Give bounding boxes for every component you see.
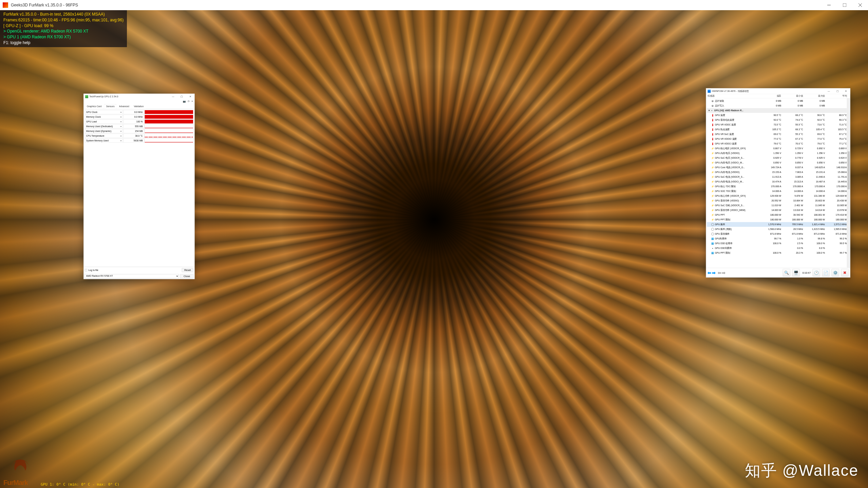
- sensor-value[interactable]: 154 MB: [123, 129, 144, 133]
- network-button[interactable]: 🖥️: [792, 269, 799, 276]
- sensor-row[interactable]: 总计读取0 MB0 MB0 MB: [707, 99, 847, 103]
- sensor-row[interactable]: 总计写入0 MB0 MB0 MB: [707, 103, 847, 108]
- sensor-label[interactable]: Memory Used (Dynamic): [85, 129, 123, 133]
- sensor-label[interactable]: System Memory Used: [85, 138, 123, 142]
- tab-validation[interactable]: Validation: [132, 104, 146, 109]
- sensor-row[interactable]: GPU SoC 电压 (VDDCR_S...0.925 V0.778 V0.92…: [707, 156, 847, 160]
- sensor-graph[interactable]: [145, 124, 193, 128]
- sensor-label[interactable]: CPU Temperature: [85, 134, 123, 138]
- main-titlebar[interactable]: Geeks3D FurMark v1.35.0.0 - 96FPS: [0, 0, 868, 10]
- sensor-row[interactable]: GPU 核心电压 (VDDCR_GFX)0.867 V0.729 V0.892 …: [707, 146, 847, 151]
- sensor-row[interactable]: GPU 核心功率 (VDDCR_GFX)129.936 W5.876 W131.…: [707, 194, 847, 198]
- hdr-actual[interactable]: 实际: [759, 94, 781, 98]
- osd-line: Frames:62015 - time:00:10:46 - FPS:96 (m…: [3, 17, 124, 23]
- sensor-value[interactable]: 0.0 MHz: [123, 110, 144, 114]
- sensor-value[interactable]: 38.0 °C: [123, 134, 144, 138]
- scrollbar[interactable]: [847, 98, 850, 268]
- hwinfo-titlebar[interactable]: HWiNFO64 v7.30-4870 - 传感器状态 — ▢ ✕: [706, 89, 850, 94]
- hwinfo-maximize-button[interactable]: ▢: [833, 88, 842, 94]
- sensor-name: GPU PPT: [715, 214, 759, 216]
- sensor-label[interactable]: Memory Used (Dedicated): [85, 124, 123, 128]
- hwinfo-close-button[interactable]: ✕: [842, 88, 850, 94]
- sensor-row[interactable]: GPU SoC 电流 (VDDCR_S...11.913 A3.085 A11.…: [707, 175, 847, 179]
- sensor-graph[interactable]: [145, 129, 193, 133]
- search-button[interactable]: 🔍: [782, 269, 790, 276]
- sensor-graph[interactable]: [145, 110, 193, 114]
- sensor-row[interactable]: GPU PPT 限制180.000 W180.000 W180.000 W180…: [707, 217, 847, 222]
- sensor-row[interactable]: GPU 内存 电压 (VDDCI_M...0.850 V0.850 V0.850…: [707, 160, 847, 165]
- hdr-max[interactable]: 最大值: [803, 94, 825, 98]
- sensor-row[interactable]: GPU 显存结点温度92.0 °C74.0 °C92.0 °C90.3 °C: [707, 118, 847, 122]
- scroll-thumb[interactable]: [848, 151, 850, 189]
- sensor-row[interactable]: GPU SOC TDC 限制14.000 A14.000 A14.000 A14…: [707, 189, 847, 194]
- sensor-row[interactable]: GPU 显存频率871.8 MHz871.8 MHz871.8 MHz871.8…: [707, 232, 847, 236]
- gpu-select[interactable]: AMD Radeon RX 5700 XT: [84, 274, 179, 278]
- sensor-row[interactable]: GPU PPT 限制100.0 %20.3 %100.0 %99.7 %: [707, 251, 847, 255]
- reset-button[interactable]: Reset: [182, 268, 193, 272]
- hwinfo-minimize-button[interactable]: —: [825, 88, 833, 94]
- sensor-row[interactable]: GPU 热点温度105.3 °C68.3 °C105.4 °C103.5 °C: [707, 127, 847, 132]
- screenshot-icon[interactable]: 📷: [183, 100, 186, 103]
- sensor-value[interactable]: 555 MB: [123, 124, 144, 128]
- sensor-row[interactable]: GPU 温度90.5 °C68.2 °C90.6 °C88.9 °C: [707, 113, 847, 118]
- sensor-value[interactable]: 5630 MB: [123, 138, 144, 142]
- sensor-row[interactable]: GPU 内存 电流 (VDDCI_M...16.474 A15.313 A16.…: [707, 179, 847, 184]
- gpuz-window[interactable]: TechPowerUp GPU-Z 2.54.0 — ▢ ✕ 📷 ⟳ ≡ Gra…: [83, 94, 195, 279]
- hdr-min[interactable]: 最小值: [781, 94, 803, 98]
- sensor-row[interactable]: GPU 核心 TDC 限制170.000 A170.000 A170.000 A…: [707, 184, 847, 189]
- sensor-row[interactable]: GPU Core 电流 (VDDCR_G...149.724 A8.037 A1…: [707, 165, 847, 170]
- save-button[interactable]: 📄: [822, 269, 830, 276]
- sensor-row[interactable]: GPU 显存功率 (VDDIO)20.552 W10.664 W20.603 W…: [707, 198, 847, 203]
- tab-sensors[interactable]: Sensors: [104, 104, 117, 109]
- sensor-row[interactable]: GPU 内存 电流 (VDDIO)15.153 A7.863 A15.191 A…: [707, 170, 847, 175]
- settings-button[interactable]: ⚙️: [832, 269, 839, 276]
- sensor-row[interactable]: GPU利用率99.7 %1.0 %99.8 %99.3 %: [707, 236, 847, 241]
- sensor-row[interactable]: GPU PPT180.000 W36.543 W180.001 W179.416…: [707, 213, 847, 217]
- gpuz-titlebar[interactable]: TechPowerUp GPU-Z 2.54.0 — ▢ ✕: [84, 94, 194, 100]
- clock-button[interactable]: 🕐: [813, 269, 820, 276]
- close-button[interactable]: [852, 0, 868, 10]
- hdr-avg[interactable]: 平均: [825, 94, 847, 98]
- sensor-row[interactable]: GPU SoC 功耗 (VDDCR_S...11.019 W2.401 W11.…: [707, 203, 847, 208]
- menu-icon[interactable]: ≡: [192, 100, 193, 103]
- maximize-button[interactable]: [837, 0, 852, 10]
- sensor-label[interactable]: Memory Clock: [85, 115, 123, 119]
- sensor-graph[interactable]: [145, 134, 193, 138]
- tab-graphics-card[interactable]: Graphics Card: [85, 104, 104, 109]
- log-to-file-checkbox[interactable]: [85, 269, 87, 271]
- sensor-row[interactable]: GPU VR VDDCI 温度79.0 °C70.0 °C79.0 °C77.2…: [707, 141, 847, 146]
- sensor-value: 871.8 MHz: [803, 233, 825, 235]
- sensor-row[interactable]: GPU VR VDDIO 温度77.0 °C67.3 °C77.0 °C75.4…: [707, 137, 847, 141]
- refresh-icon[interactable]: ⟳: [188, 100, 190, 103]
- nav-arrows-gray[interactable]: ⬅➡: [718, 270, 726, 275]
- sensor-graph[interactable]: [145, 119, 193, 123]
- hdr-sensor[interactable]: 传感器: [707, 94, 759, 98]
- sensor-row[interactable]: GPU 频率 (有效)1,566.6 MHz28.5 MHz1,615.5 MH…: [707, 227, 847, 232]
- sensor-value[interactable]: 100 %: [123, 119, 144, 123]
- sensor-value[interactable]: 0.0 MHz: [123, 115, 144, 119]
- sensor-row[interactable]: GPU 频率1,570.9 MHz795.5 MHz1,621.4 MHz1,5…: [707, 222, 847, 227]
- sensor-row[interactable]: GPU VR VDDC 温度73.5 °C55.5 °C73.6 °C71.6 …: [707, 122, 847, 127]
- sensor-row[interactable]: GPU 内存 电压 (VDDIO)1.356 V1.356 V1.356 V1.…: [707, 151, 847, 156]
- sensor-graph[interactable]: [145, 115, 193, 119]
- sensor-name: GPU 显存频率: [715, 232, 759, 236]
- sensor-value: 88.9 °C: [825, 114, 847, 117]
- sensor-graph[interactable]: [145, 138, 193, 142]
- minimize-button[interactable]: [821, 0, 837, 10]
- sensor-label[interactable]: GPU Load: [85, 119, 123, 123]
- sensor-row[interactable]: GPU D3D 使用率100.0 %2.5 %100.0 %99.5 %: [707, 241, 847, 246]
- sensor-label[interactable]: GPU Clock: [85, 110, 123, 114]
- sensor-row[interactable]: GPU 显存功率 (VDDCI_MEM)14.003 W13.016 W14.0…: [707, 208, 847, 213]
- gpu-group[interactable]: ▾▪GPU [#0]: AMD Radeon R...: [707, 108, 847, 113]
- stop-button[interactable]: ✖: [841, 269, 849, 276]
- tab-advanced[interactable]: Advanced: [117, 104, 131, 109]
- gpuz-maximize-button[interactable]: ▢: [177, 94, 186, 100]
- nav-arrows[interactable]: ⬅➡: [707, 270, 716, 275]
- sensor-row[interactable]: GPU D3D利用率0.0 %0.0 %: [707, 246, 847, 251]
- gpuz-close-button[interactable]: ✕: [186, 94, 194, 100]
- elapsed-time: 0:10:47: [803, 271, 811, 274]
- gpuz-minimize-button[interactable]: —: [169, 94, 177, 100]
- hwinfo-window[interactable]: HWiNFO64 v7.30-4870 - 传感器状态 — ▢ ✕ 传感器 实际…: [706, 88, 850, 277]
- gpuz-close-btn[interactable]: Close: [180, 274, 193, 278]
- sensor-row[interactable]: GPU VR SoC 温度69.0 °C55.3 °C69.0 °C67.2 °…: [707, 132, 847, 137]
